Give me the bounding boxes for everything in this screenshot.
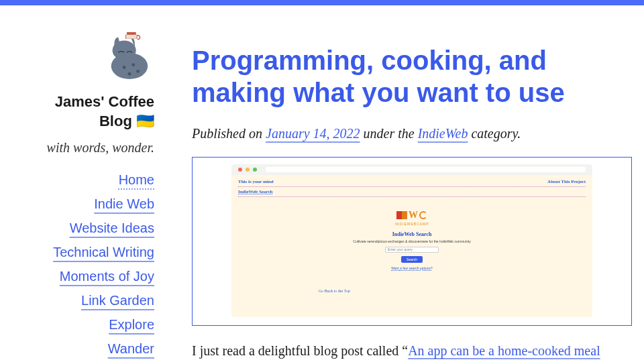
post-date-link[interactable]: January 14, 2022	[266, 126, 360, 141]
shot-top-right: About This Project	[547, 179, 586, 184]
nav-indie-web[interactable]: Indie Web	[94, 196, 154, 212]
shot-want-link: a few search options?	[400, 266, 433, 270]
nav-wander[interactable]: Wander	[108, 341, 154, 357]
svg-point-3	[131, 63, 135, 66]
meta-mid: under the	[360, 126, 418, 141]
nav-website-ideas[interactable]: Website Ideas	[70, 220, 154, 236]
svg-point-2	[123, 66, 126, 69]
shot-divider-2	[238, 196, 586, 197]
shot-top-left: This is your mind	[238, 179, 274, 184]
body-link[interactable]: An app can be a home-cooked meal	[408, 343, 600, 358]
svg-point-4	[136, 70, 140, 73]
body-text-before-link: I just read a delightful blog post calle…	[192, 343, 408, 358]
nav-home[interactable]: Home	[119, 172, 154, 188]
nav: Home Indie Web Website Ideas Technical W…	[5, 172, 154, 362]
shot-top-row: This is your mind About This Project	[238, 179, 586, 184]
site-title-line1: James' Coffee	[55, 93, 154, 110]
flag-icon: 🇺🇦	[136, 113, 154, 129]
meta-prefix: Published on	[192, 126, 266, 141]
shot-search-button: Search	[401, 256, 423, 263]
svg-rect-6	[126, 35, 137, 39]
nav-link-garden[interactable]: Link Garden	[81, 292, 154, 308]
post-body: I just read a delightful blog post calle…	[192, 341, 632, 361]
shot-title: IndieWeb Search	[238, 231, 586, 237]
iwc-logo-icon: W	[396, 210, 427, 220]
post-category-link[interactable]: IndieWeb	[418, 126, 468, 141]
window-close-icon	[238, 168, 242, 172]
sidebar: James' Coffee Blog 🇺🇦 with words, wonder…	[5, 29, 180, 362]
top-accent-bar	[0, 0, 644, 5]
page-container: James' Coffee Blog 🇺🇦 with words, wonder…	[0, 5, 644, 362]
shot-search-input: Enter your query	[385, 247, 439, 253]
site-tagline: with words, wonder.	[5, 140, 154, 156]
svg-point-5	[128, 72, 131, 76]
post-meta: Published on January 14, 2022 under the …	[192, 123, 632, 143]
nav-technical-writing[interactable]: Technical Writing	[53, 244, 154, 260]
shot-desc: Cultivate serendipitous exchanges & disc…	[238, 239, 586, 243]
window-minimize-icon	[246, 168, 250, 172]
post-title: Programming, cooking, and making what yo…	[192, 44, 632, 109]
shot-back-top: Go Back to the Top	[319, 289, 350, 293]
main-content: Programming, cooking, and making what yo…	[180, 29, 639, 362]
shot-divider	[238, 186, 586, 187]
iwc-logo-text: INDIEWEBCAMP	[238, 222, 586, 226]
site-title: James' Coffee Blog 🇺🇦	[5, 93, 154, 131]
cat-logo[interactable]	[102, 29, 154, 82]
nav-moments-of-joy[interactable]: Moments of Joy	[60, 268, 154, 284]
meta-suffix: category.	[468, 126, 521, 141]
shot-center: W INDIEWEBCAMP IndieWeb Search Cultivate…	[238, 210, 586, 270]
browser-chrome	[231, 164, 592, 175]
nav-explore[interactable]: Explore	[109, 316, 154, 333]
shot-want: Want a few search options?	[238, 266, 586, 270]
logo-wrap	[5, 29, 154, 82]
url-bar	[266, 167, 586, 172]
screenshot-frame: This is your mind About This Project Ind…	[192, 157, 632, 326]
shot-sub-left: IndieWeb Search	[238, 189, 586, 194]
site-title-line2: Blog	[99, 113, 132, 129]
screenshot-page: This is your mind About This Project Ind…	[231, 175, 592, 317]
window-maximize-icon	[253, 168, 257, 172]
